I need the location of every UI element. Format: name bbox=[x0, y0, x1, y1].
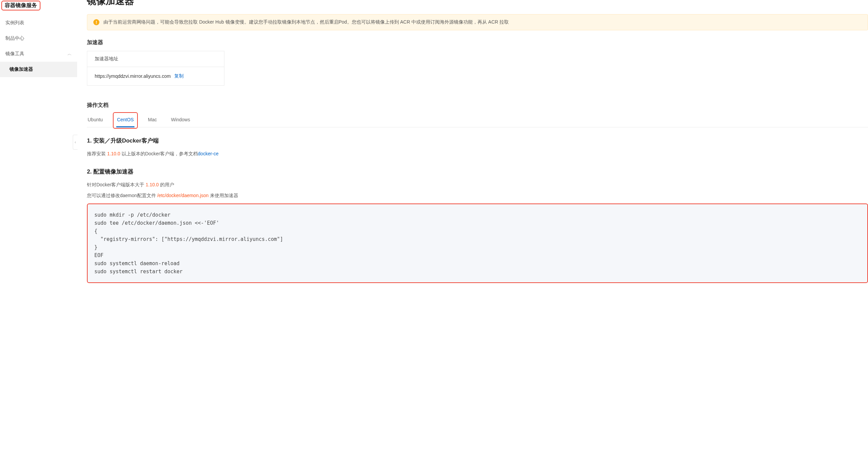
sidebar-item-label: 镜像加速器 bbox=[9, 66, 33, 72]
version-text: 1.10.0 bbox=[146, 182, 159, 187]
doc-body: 1. 安装／升级Docker客户端 推荐安装 1.10.0 以上版本的Docke… bbox=[87, 137, 868, 283]
tab-windows[interactable]: Windows bbox=[170, 114, 191, 127]
sidebar-title: 容器镜像服务 bbox=[1, 1, 40, 10]
chevron-up-icon: ︿ bbox=[67, 51, 72, 57]
sidebar-item-label: 镜像工具 bbox=[5, 51, 24, 57]
doc-section2-p1: 针对Docker客户端版本大于 1.10.0 的用户 bbox=[87, 180, 868, 189]
sidebar-item-mirror-accel[interactable]: 镜像加速器 bbox=[0, 62, 77, 77]
version-text: 1.10.0 bbox=[107, 151, 120, 156]
os-tabs: Ubuntu CentOS Mac Windows bbox=[87, 114, 868, 127]
docs-section-title: 操作文档 bbox=[87, 102, 868, 109]
accelerator-box: 加速器地址 https://ymqddzvi.mirror.aliyuncs.c… bbox=[87, 51, 224, 86]
tab-centos[interactable]: CentOS bbox=[116, 114, 134, 127]
sidebar-item-tools[interactable]: 镜像工具 ︿ bbox=[0, 46, 77, 62]
doc-section2-title: 2. 配置镜像加速器 bbox=[87, 168, 868, 176]
chevron-left-icon: ‹ bbox=[75, 140, 76, 145]
sidebar-collapse-handle[interactable]: ‹ bbox=[73, 135, 78, 150]
tab-mac[interactable]: Mac bbox=[147, 114, 157, 127]
sidebar-item-instances[interactable]: 实例列表 bbox=[0, 15, 77, 31]
docker-ce-link[interactable]: docker-ce bbox=[198, 151, 218, 156]
accelerator-section-title: 加速器 bbox=[87, 39, 868, 46]
warning-alert: ! 由于当前运营商网络问题，可能会导致您拉取 Docker Hub 镜像变慢。建… bbox=[87, 14, 868, 30]
doc-section1-title: 1. 安装／升级Docker客户端 bbox=[87, 137, 868, 145]
copy-link[interactable]: 复制 bbox=[174, 73, 184, 79]
alert-text: 由于当前运营商网络问题，可能会导致您拉取 Docker Hub 镜像变慢。建议您… bbox=[103, 19, 509, 25]
tab-ubuntu[interactable]: Ubuntu bbox=[87, 114, 103, 127]
daemon-json-path: /etc/docker/daemon.json bbox=[157, 193, 209, 198]
code-block[interactable]: sudo mkdir -p /etc/docker sudo tee /etc/… bbox=[87, 204, 868, 283]
main-content: 镜像加速器 ! 由于当前运营商网络问题，可能会导致您拉取 Docker Hub … bbox=[78, 0, 868, 469]
doc-section1-text: 推荐安装 1.10.0 以上版本的Docker客户端，参考文档docker-ce bbox=[87, 149, 868, 158]
sidebar-item-artifacts[interactable]: 制品中心 bbox=[0, 31, 77, 46]
sidebar-item-label: 实例列表 bbox=[5, 20, 24, 26]
sidebar: 容器镜像服务 实例列表 制品中心 镜像工具 ︿ 镜像加速器 ‹ bbox=[0, 0, 78, 469]
accelerator-addr-label: 加速器地址 bbox=[87, 51, 224, 67]
sidebar-item-label: 制品中心 bbox=[5, 35, 24, 41]
accelerator-addr-value: https://ymqddzvi.mirror.aliyuncs.com bbox=[95, 73, 171, 79]
warning-icon: ! bbox=[93, 19, 99, 25]
doc-section2-p2: 您可以通过修改daemon配置文件 /etc/docker/daemon.jso… bbox=[87, 191, 868, 200]
page-title: 镜像加速器 bbox=[87, 0, 868, 14]
